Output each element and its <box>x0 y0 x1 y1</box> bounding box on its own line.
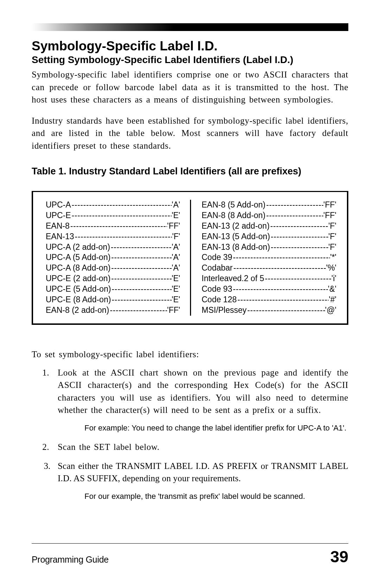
identifier-code: 'FF' <box>323 210 336 221</box>
symbology-name: EAN-13 <box>46 231 74 242</box>
table-row: EAN-8 (8 Add-on) -----------------------… <box>202 210 336 221</box>
table-row: UPC-A (8 Add-on) -----------------------… <box>46 263 180 273</box>
table-row: EAN-13 (8 Add-on) ----------------------… <box>202 242 336 253</box>
table-caption: Table 1. Industry Standard Label Identif… <box>32 166 348 177</box>
identifier-code: 'FF' <box>167 221 180 231</box>
document-page: Symbology-Specific Label I.D. Setting Sy… <box>0 0 380 588</box>
leader-dashes: ----------------------------------------… <box>109 305 167 316</box>
identifier-code: 'A' <box>172 200 180 210</box>
identifier-code: 'F' <box>328 221 336 231</box>
symbology-name: UPC-A (5 Add-on) <box>46 252 110 263</box>
leader-dashes: ----------------------------------------… <box>247 305 325 316</box>
symbology-name: Code 93 <box>202 284 232 295</box>
identifier-code: 'i' <box>331 273 336 284</box>
identifier-code: '&' <box>328 284 336 295</box>
table-row: UPC-A (5 Add-on) -----------------------… <box>46 252 180 263</box>
footer-page-number: 39 <box>330 549 348 565</box>
page-title: Symbology-Specific Label I.D. <box>32 39 348 54</box>
table-left-column: UPC-A ----------------------------------… <box>46 200 191 316</box>
leader-dashes: ----------------------------------------… <box>270 221 328 231</box>
table-row: Codabar --------------------------------… <box>202 263 336 273</box>
table-row: EAN-8 (5 Add-on) -----------------------… <box>202 200 336 210</box>
intro-paragraph-1: Symbology-specific label identifiers com… <box>32 68 348 106</box>
leader-dashes: ----------------------------------------… <box>110 242 172 253</box>
identifier-code: 'E' <box>172 295 180 305</box>
section-subtitle: Setting Symbology-Specific Label Identif… <box>32 54 348 66</box>
intro-paragraph-2: Industry standards have been established… <box>32 114 348 152</box>
identifier-code: 'F' <box>172 231 180 242</box>
header-rule <box>32 23 348 31</box>
page-footer: Programming Guide 39 <box>32 543 348 565</box>
symbology-name: EAN-13 (5 Add-on) <box>202 231 270 242</box>
table-row: Code 39 --------------------------------… <box>202 252 336 263</box>
table-row: UPC-E (8 Add-on) -----------------------… <box>46 295 180 305</box>
instructions-lead: To set symbology-specific label identifi… <box>32 349 348 359</box>
table-row: EAN-8 (2 add-on) -----------------------… <box>46 305 180 316</box>
leader-dashes: ----------------------------------------… <box>266 200 324 210</box>
identifier-code: 'F' <box>328 242 336 253</box>
leader-dashes: ----------------------------------------… <box>232 252 330 263</box>
table-row: UPC-E ----------------------------------… <box>46 210 180 221</box>
table-row: Interleaved.2 of 5 ---------------------… <box>202 273 336 284</box>
symbology-name: UPC-A (2 add-on) <box>46 242 110 253</box>
identifier-code: 'F' <box>328 231 336 242</box>
symbology-name: UPC-E (2 add-on) <box>46 273 110 284</box>
leader-dashes: ----------------------------------------… <box>264 273 331 284</box>
table-row: UPC-E (2 add-on) -----------------------… <box>46 273 180 284</box>
identifier-code: '*' <box>330 252 336 263</box>
leader-dashes: ----------------------------------------… <box>110 273 172 284</box>
symbology-name: EAN-13 (8 Add-on) <box>202 242 270 253</box>
symbology-name: EAN-8 (5 Add-on) <box>202 200 266 210</box>
table-row: Code 128 -------------------------------… <box>202 295 336 305</box>
symbology-name: UPC-E (8 Add-on) <box>46 295 111 305</box>
step-1: Look at the ASCII chart shown on the pre… <box>53 366 348 433</box>
symbology-name: UPC-A (8 Add-on) <box>46 263 110 273</box>
identifier-code: 'E' <box>172 284 180 295</box>
symbology-name: UPC-A <box>46 200 71 210</box>
leader-dashes: ----------------------------------------… <box>270 231 328 242</box>
table-row: Code 93 --------------------------------… <box>202 284 336 295</box>
identifier-table: UPC-A ----------------------------------… <box>32 191 348 325</box>
leader-dashes: ----------------------------------------… <box>71 200 172 210</box>
symbology-name: Code 128 <box>202 295 237 305</box>
leader-dashes: ----------------------------------------… <box>266 210 324 221</box>
leader-dashes: ----------------------------------------… <box>70 221 167 231</box>
table-row: UPC-A (2 add-on) -----------------------… <box>46 242 180 253</box>
identifier-code: 'A' <box>172 242 180 253</box>
identifier-code: '%' <box>326 263 336 273</box>
step-1-example: For example: You need to change the labe… <box>84 423 348 433</box>
symbology-name: EAN-13 (2 add-on) <box>202 221 270 231</box>
table-row: EAN-13 (2 add-on) ----------------------… <box>202 221 336 231</box>
symbology-name: EAN-8 (2 add-on) <box>46 305 109 316</box>
identifier-code: '@' <box>325 305 336 316</box>
symbology-name: EAN-8 <box>46 221 70 231</box>
symbology-name: Interleaved.2 of 5 <box>202 273 264 284</box>
step-1-text: Look at the ASCII chart shown on the pre… <box>58 368 348 415</box>
step-3: Scan either the TRANSMIT LABEL I.D. AS P… <box>53 460 348 502</box>
identifier-code: 'E' <box>172 273 180 284</box>
identifier-code: 'A' <box>172 252 180 263</box>
table-row: EAN-8 ----------------------------------… <box>46 221 180 231</box>
identifier-code: 'FF' <box>167 305 180 316</box>
leader-dashes: ----------------------------------------… <box>111 284 172 295</box>
table-row: UPC-A ----------------------------------… <box>46 200 180 210</box>
identifier-code: '#' <box>329 295 336 305</box>
instructions-list: Look at the ASCII chart shown on the pre… <box>53 366 348 502</box>
identifier-code: 'E' <box>172 210 180 221</box>
step-2: Scan the SET label below. <box>53 441 348 453</box>
table-row: UPC-E (5 Add-on) -----------------------… <box>46 284 180 295</box>
symbology-name: UPC-E (5 Add-on) <box>46 284 111 295</box>
symbology-name: UPC-E <box>46 210 71 221</box>
identifier-code: 'FF' <box>323 200 336 210</box>
footer-doc-title: Programming Guide <box>32 555 109 565</box>
symbology-name: Codabar <box>202 263 233 273</box>
symbology-name: MSI/Plessey <box>202 305 247 316</box>
table-right-column: EAN-8 (5 Add-on) -----------------------… <box>191 200 336 316</box>
leader-dashes: ----------------------------------------… <box>74 231 172 242</box>
identifier-code: 'A' <box>172 263 180 273</box>
table-row: MSI/Plessey ----------------------------… <box>202 305 336 316</box>
leader-dashes: ----------------------------------------… <box>110 263 172 273</box>
leader-dashes: ----------------------------------------… <box>110 252 172 263</box>
leader-dashes: ----------------------------------------… <box>270 242 328 253</box>
leader-dashes: ----------------------------------------… <box>233 263 326 273</box>
